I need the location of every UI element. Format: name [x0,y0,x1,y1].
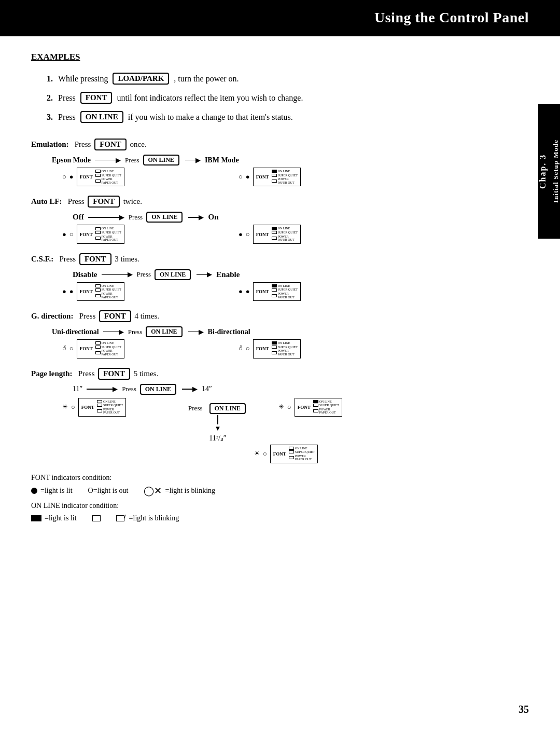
list-item: 1. While pressing LOAD/PARK , turn the p… [47,73,507,85]
csf-diagrams: ● ● FONT ON LINE SUPER QUIET [62,282,507,301]
uni-panel: FONT ON LINE SUPER QUIET POWERPAPER O [77,339,124,358]
auto-lf-section: Auto LF: Press FONT twice. Off ▶ Press O… [31,196,507,243]
arrow-uni: ▶ [103,328,124,336]
11-23-panel-container: ☀ ○ FONT ON LINE SUPER QUIET POWERPAPER [254,445,507,463]
side-tab: Chap. 3 Initial Setup Mode [538,104,560,239]
pl-on-line-btn1: ON LINE [140,384,176,395]
auto-lf-on-line-btn: ON LINE [146,212,183,223]
page-length-flow-row1: 11″ ▶ Press ON LINE ▶ 14″ [73,384,507,395]
dot-o: ○ [62,173,66,181]
14-inch-label: 14″ [202,385,212,393]
blink-dot-icon: ◯✕ [144,485,162,496]
page-header: Using the Control Panel [0,0,560,35]
bi-panel-container: ○× ○ FONT ON LINE SUPER QUIET [239,339,301,358]
14-panel: FONT ON LINE SUPER QUIET POWERPAPER O [295,398,342,417]
arrow-11: ▶ [87,385,118,393]
super-quiet-indicator [95,174,101,177]
emulation-flow: Epson Mode ▶ Press ON LINE ▶ IBM Mode [52,155,507,165]
bi-panel: FONT ON LINE SUPER QUIET POWERPAPER O [253,339,301,358]
csf-on-line-btn: ON LINE [155,269,191,280]
super-quiet-indicator-ibm [272,174,277,177]
chapter-label: Chap. 3 [538,154,548,188]
on-panel-container: ● ○ FONT ON LINE SUPER QUIET [239,225,301,243]
14-panel-container: ☀ ○ FONT ON LINE SUPER QUIET [278,398,342,417]
on-panel: FONT ON LINE SUPER QUIET POWERPAPER O [253,225,301,243]
emulation-on-line-btn: ON LINE [143,155,179,165]
g-dir-diagrams: ○× ○ FONT ON LINE SUPER QUIET [62,339,507,358]
csf-label: C.S.F.: Press FONT 3 times. [31,253,507,265]
emulation-diagrams: ○ ● FONT ON LINE SUPER QUIET [62,168,507,186]
epson-panel: FONT ON LINE SUPER QUIET POWERPAPER O [77,168,124,186]
g-dir-font-btn: FONT [99,310,131,322]
enable-panel: ● ● FONT ON LINE SUPER QUIET [239,282,301,301]
off-panel: FONT ON LINE SUPER QUIET POWERPAPER O [77,225,124,243]
g-dir-on-line-btn: ON LINE [146,326,182,337]
arrow-right: ▶ [95,156,121,164]
blink-dot-label: =light is blinking [165,487,215,495]
g-dir-flow: Uni-directional ▶ Press ON LINE ▶ Bi-dir… [52,326,507,337]
filled-rect-label: =light is lit [45,514,77,522]
main-content: EXAMPLES 1. While pressing LOAD/PARK , t… [0,36,538,544]
empty-rect-icon [92,515,101,521]
list-item: 2. Press FONT until font indicators refl… [47,92,507,104]
auto-lf-diagrams: ● ○ FONT ON LINE SUPER QUIET [62,225,507,243]
ibm-panel-container: ○ ● FONT ON LINE SUPER QUIET [239,168,301,186]
arrow-14: ▶ [182,385,198,393]
dot-filled2: ● [246,173,250,181]
emulation-label: Emulation: Press FONT once. [31,139,507,150]
off-label: Off [73,213,84,222]
page-length-label: Page length: Press FONT 5 times. [31,368,507,380]
emulation-font-btn: FONT [94,139,127,150]
legend-empty-rect [92,515,101,521]
auto-lf-flow: Off ▶ Press ON LINE ▶ On [73,212,507,223]
legend-filled-rect: =light is lit [31,514,77,522]
dot-filled-sm: ● [69,173,74,181]
legend-blink-rect: / =light is blinking [116,513,179,524]
item-text-before: Press [58,113,76,122]
off-panel-container: ● ○ FONT ON LINE SUPER QUIET [62,225,124,243]
auto-lf-label: Auto LF: Press FONT twice. [31,196,507,208]
online-legend-title: ON LINE indicator condition: [31,502,507,510]
disable-panel-box: FONT ON LINE SUPER QUIET POWERPAPER O [77,282,124,301]
11-23-panel: FONT ON LINE SUPER QUIET POWERPAPER OUT [270,445,318,463]
legend-empty-dot: O=light is out [88,487,129,495]
g-direction-section: G. direction: Press FONT 4 times. Uni-di… [31,310,507,358]
online-legend-row: =light is lit / =light is blinking [31,513,507,524]
filled-rect-icon [31,515,41,521]
item-text-after: until font indicators reflect the item y… [117,93,303,103]
font-legend-title: FONT indicators condition: [31,474,507,482]
numbered-list: 1. While pressing LOAD/PARK , turn the p… [47,73,507,123]
uni-dir-label: Uni-directional [52,328,99,336]
item-text-after: if you wish to make a change to that ite… [128,113,293,122]
font-button: FONT [80,92,113,104]
emulation-section: Emulation: Press FONT once. Epson Mode ▶… [31,139,507,186]
ibm-panel: FONT ON LINE SUPER QUIET POWERPAPER O [253,168,301,186]
power-indicator [95,180,101,183]
legend-section: FONT indicators condition: =light is lit… [31,474,507,524]
arrow-off: ▶ [88,213,124,222]
csf-font-btn: FONT [79,253,111,265]
disable-label: Disable [73,270,97,279]
11-inch-label: 11″ [73,385,82,393]
arrow-disable: ▶ [102,270,133,279]
font-legend-row: =light is lit O=light is out ◯✕ =light i… [31,485,507,496]
legend-blink-dot: ◯✕ =light is blinking [144,485,215,496]
ibm-mode-label: IBM Mode [205,156,239,164]
list-item: 3. Press ON LINE if you wish to make a c… [47,111,507,123]
mode-label: Initial Setup Mode [552,140,560,203]
item-text-after: , turn the power on. [174,74,239,84]
pl-font-btn: FONT [98,368,130,380]
dot-o2: ○ [239,173,243,181]
header-title: Using the Control Panel [374,9,529,25]
power-indicator-ibm [272,180,277,183]
load-park-button: LOAD/PARK [113,73,169,85]
examples-title: EXAMPLES [31,52,507,62]
on-line-indicator-ibm [272,170,277,173]
bi-dir-label: Bi-directional [208,328,250,336]
filled-dot-icon [31,488,37,494]
blink-rect-label: =light is blinking [129,514,179,522]
arrow-right2: ▶ [185,156,201,164]
11-panel-group: ☀ ○ FONT ON LINE SUPER QUIET [62,398,126,417]
item-num: 3. [47,113,53,122]
item-num: 1. [47,74,53,84]
